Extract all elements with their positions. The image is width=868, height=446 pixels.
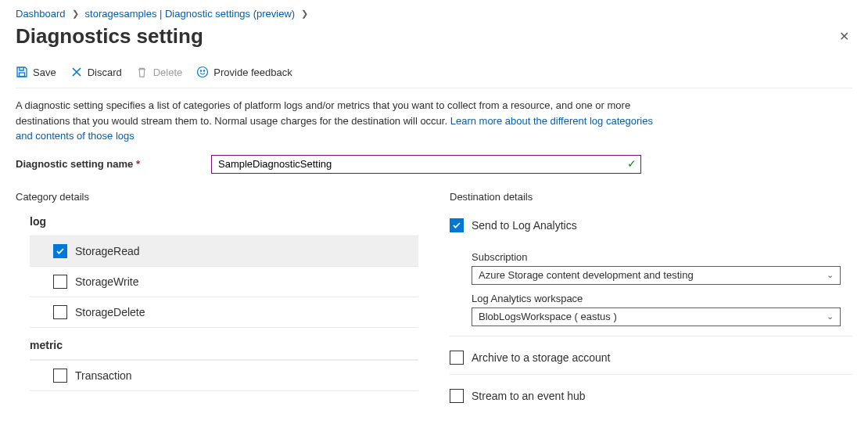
metric-category-list: Transaction <box>30 359 418 391</box>
log-category-list: StorageRead StorageWrite StorageDelete <box>30 236 418 328</box>
category-heading: Category details <box>16 191 418 203</box>
setting-name-label: Diagnostic setting name * <box>16 158 195 170</box>
chevron-right-icon: ❯ <box>72 9 79 19</box>
category-storage-read[interactable]: StorageRead <box>30 236 418 267</box>
log-subheading: log <box>16 215 418 236</box>
discard-label: Discard <box>88 67 122 78</box>
toolbar: Save Discard Delete Provide feedback <box>16 66 852 88</box>
dest-archive-storage[interactable]: Archive to a storage account <box>450 344 852 371</box>
category-label: StorageDelete <box>75 306 145 318</box>
checkbox-icon <box>450 389 464 403</box>
workspace-value: BlobLogsWorkspace ( eastus ) <box>479 311 617 322</box>
save-button[interactable]: Save <box>16 66 56 78</box>
dest-label: Archive to a storage account <box>472 351 610 364</box>
subscription-label: Subscription <box>472 251 852 263</box>
setting-name-input[interactable] <box>211 155 641 174</box>
category-transaction[interactable]: Transaction <box>30 360 418 391</box>
checkbox-icon <box>450 351 464 365</box>
destination-heading: Destination details <box>450 191 852 203</box>
discard-button[interactable]: Discard <box>70 66 122 78</box>
dest-label: Stream to an event hub <box>472 390 586 402</box>
close-icon[interactable]: ✕ <box>836 26 852 47</box>
description-text: A diagnostic setting specifies a list of… <box>16 98 657 144</box>
discard-icon <box>70 66 83 78</box>
save-icon <box>16 66 28 78</box>
checkbox-icon <box>53 244 67 258</box>
svg-rect-0 <box>20 73 25 77</box>
chevron-down-icon: ⌄ <box>827 270 834 280</box>
workspace-label: Log Analytics workspace <box>472 293 852 304</box>
checkbox-icon <box>53 275 67 289</box>
workspace-select[interactable]: BlobLogsWorkspace ( eastus ) ⌄ <box>472 308 841 326</box>
svg-point-2 <box>201 70 202 71</box>
subscription-select[interactable]: Azure Storage content development and te… <box>472 266 841 285</box>
delete-label: Delete <box>153 67 183 78</box>
checkbox-icon <box>53 369 67 383</box>
save-label: Save <box>33 67 56 78</box>
chevron-down-icon: ⌄ <box>827 311 834 322</box>
checkbox-icon <box>53 305 67 319</box>
feedback-label: Provide feedback <box>213 67 292 78</box>
svg-point-3 <box>204 70 205 71</box>
category-label: StorageRead <box>75 245 140 257</box>
category-label: StorageWrite <box>75 275 138 288</box>
feedback-button[interactable]: Provide feedback <box>196 66 292 78</box>
category-label: Transaction <box>75 369 132 382</box>
page-title: Diagnostics setting <box>16 24 203 49</box>
log-analytics-config: Subscription Azure Storage content devel… <box>450 239 852 336</box>
feedback-icon <box>196 66 209 78</box>
checkbox-icon <box>450 218 464 232</box>
category-storage-delete[interactable]: StorageDelete <box>30 297 418 328</box>
subscription-value: Azure Storage content development and te… <box>479 269 694 281</box>
metric-subheading: metric <box>16 339 418 359</box>
dest-log-analytics[interactable]: Send to Log Analytics <box>450 215 852 239</box>
dest-label: Send to Log Analytics <box>472 219 577 232</box>
breadcrumb-dashboard[interactable]: Dashboard <box>16 8 66 20</box>
delete-icon <box>136 66 149 78</box>
delete-button: Delete <box>136 66 183 78</box>
breadcrumb: Dashboard ❯ storagesamples | Diagnostic … <box>16 8 852 20</box>
breadcrumb-storagesamples[interactable]: storagesamples | Diagnostic settings (pr… <box>85 8 296 20</box>
dest-stream-eventhub[interactable]: Stream to an event hub <box>450 383 852 409</box>
category-storage-write[interactable]: StorageWrite <box>30 267 418 297</box>
svg-point-1 <box>198 67 208 77</box>
valid-check-icon: ✓ <box>627 157 637 170</box>
chevron-right-icon: ❯ <box>301 9 308 19</box>
